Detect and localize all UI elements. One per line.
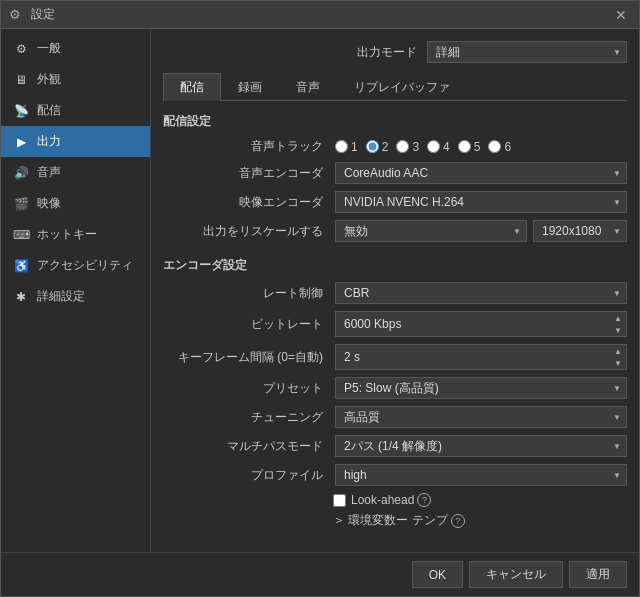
- monitor-icon: 🖥: [13, 72, 29, 88]
- tabs: 配信 録画 音声 リプレイバッファ: [163, 73, 627, 101]
- accessibility-icon: ♿: [13, 258, 29, 274]
- keyframe-input[interactable]: [335, 344, 610, 370]
- audio-encoder-row: 音声エンコーダ CoreAudio AAC: [163, 162, 627, 184]
- bitrate-label: ビットレート: [163, 316, 323, 333]
- antenna-icon: 📡: [13, 103, 29, 119]
- stream-settings-title: 配信設定: [163, 113, 627, 130]
- multipass-select[interactable]: 2パス (1/4 解像度): [335, 435, 627, 457]
- look-ahead-row: Look-ahead ?: [163, 493, 627, 507]
- rate-control-row: レート制御 CBR: [163, 282, 627, 304]
- partial-label: ＞ 環境変数ー テンプ: [333, 512, 448, 529]
- rate-control-select[interactable]: CBR: [335, 282, 627, 304]
- keyframe-down-button[interactable]: ▼: [610, 357, 626, 369]
- radio-track-5[interactable]: 5: [458, 140, 481, 154]
- radio-track-4[interactable]: 4: [427, 140, 450, 154]
- tab-recording[interactable]: 録画: [221, 73, 279, 101]
- sidebar-label-audio: 音声: [37, 164, 61, 181]
- output-mode-select[interactable]: 詳細 標準: [427, 41, 627, 63]
- sidebar-item-accessibility[interactable]: ♿ アクセシビリティ: [1, 250, 150, 281]
- tuning-wrapper: 高品質: [335, 406, 627, 428]
- audio-track-row: 音声トラック 1 2 3 4 5: [163, 138, 627, 155]
- preset-row: プリセット P5: Slow (高品質): [163, 377, 627, 399]
- encoder-section: エンコーダ設定 レート制御 CBR ビットレート: [163, 257, 627, 534]
- bitrate-down-button[interactable]: ▼: [610, 324, 626, 336]
- multipass-wrapper: 2パス (1/4 解像度): [335, 435, 627, 457]
- bottom-bar: OK キャンセル 適用: [1, 552, 639, 596]
- multipass-row: マルチパスモード 2パス (1/4 解像度): [163, 435, 627, 457]
- tab-replay[interactable]: リプレイバッファ: [337, 73, 467, 101]
- sidebar: ⚙ 一般 🖥 外観 📡 配信 ▶ 出力 🔊 音声 🎬 映像: [1, 29, 151, 552]
- look-ahead-info-icon[interactable]: ?: [417, 493, 431, 507]
- rate-control-label: レート制御: [163, 285, 323, 302]
- bitrate-up-button[interactable]: ▲: [610, 312, 626, 324]
- resolution-wrapper: 1920x1080: [533, 220, 627, 242]
- preset-wrapper: P5: Slow (高品質): [335, 377, 627, 399]
- profile-wrapper: high: [335, 464, 627, 486]
- output-mode-select-wrapper: 詳細 標準: [427, 41, 627, 63]
- tab-stream[interactable]: 配信: [163, 73, 221, 101]
- content-area: 出力モード 詳細 標準 配信 録画 音声 リプレイバッファ 配信設定 音声ト: [151, 29, 639, 552]
- video-icon: 🎬: [13, 196, 29, 212]
- speaker-icon: 🔊: [13, 165, 29, 181]
- bitrate-spin: ▲ ▼: [335, 311, 627, 337]
- titlebar-icon: ⚙: [9, 7, 25, 23]
- tuning-label: チューニング: [163, 409, 323, 426]
- look-ahead-checkbox[interactable]: [333, 494, 346, 507]
- apply-button[interactable]: 適用: [569, 561, 627, 588]
- close-button[interactable]: ✕: [611, 5, 631, 25]
- video-encoder-select[interactable]: NVIDIA NVENC H.264: [335, 191, 627, 213]
- audio-encoder-select[interactable]: CoreAudio AAC: [335, 162, 627, 184]
- sidebar-label-advanced: 詳細設定: [37, 288, 85, 305]
- preset-select[interactable]: P5: Slow (高品質): [335, 377, 627, 399]
- sidebar-item-audio[interactable]: 🔊 音声: [1, 157, 150, 188]
- play-icon: ▶: [13, 134, 29, 150]
- scale-mode-select[interactable]: 無効: [335, 220, 527, 242]
- titlebar-title: 設定: [31, 6, 611, 23]
- sidebar-item-appearance[interactable]: 🖥 外観: [1, 64, 150, 95]
- keyframe-up-button[interactable]: ▲: [610, 345, 626, 357]
- partial-info-icon[interactable]: ?: [451, 514, 465, 528]
- titlebar: ⚙ 設定 ✕: [1, 1, 639, 29]
- keyframe-label: キーフレーム間隔 (0=自動): [163, 349, 323, 366]
- multipass-label: マルチパスモード: [163, 438, 323, 455]
- sidebar-label-appearance: 外観: [37, 71, 61, 88]
- scale-row: 出力をリスケールする 無効 1920x1080: [163, 220, 627, 242]
- sidebar-item-hotkeys[interactable]: ⌨ ホットキー: [1, 219, 150, 250]
- sidebar-item-video[interactable]: 🎬 映像: [1, 188, 150, 219]
- audio-track-group: 1 2 3 4 5 6: [335, 140, 511, 154]
- radio-track-3[interactable]: 3: [396, 140, 419, 154]
- gear-icon: ⚙: [13, 41, 29, 57]
- radio-track-6[interactable]: 6: [488, 140, 511, 154]
- bitrate-row: ビットレート ▲ ▼: [163, 311, 627, 337]
- sidebar-label-video: 映像: [37, 195, 61, 212]
- profile-select[interactable]: high: [335, 464, 627, 486]
- rate-control-wrapper: CBR: [335, 282, 627, 304]
- resolution-select[interactable]: 1920x1080: [533, 220, 627, 242]
- cancel-button[interactable]: キャンセル: [469, 561, 563, 588]
- tuning-select[interactable]: 高品質: [335, 406, 627, 428]
- radio-track-2[interactable]: 2: [366, 140, 389, 154]
- tuning-row: チューニング 高品質: [163, 406, 627, 428]
- sidebar-item-output[interactable]: ▶ 出力: [1, 126, 150, 157]
- video-encoder-row: 映像エンコーダ NVIDIA NVENC H.264: [163, 191, 627, 213]
- sidebar-item-general[interactable]: ⚙ 一般: [1, 33, 150, 64]
- sidebar-item-advanced[interactable]: ✱ 詳細設定: [1, 281, 150, 312]
- scale-mode-wrapper: 無効: [335, 220, 527, 242]
- audio-encoder-select-wrapper: CoreAudio AAC: [335, 162, 627, 184]
- sidebar-label-stream: 配信: [37, 102, 61, 119]
- scale-label: 出力をリスケールする: [163, 223, 323, 240]
- sidebar-item-stream[interactable]: 📡 配信: [1, 95, 150, 126]
- audio-encoder-label: 音声エンコーダ: [163, 165, 323, 182]
- video-encoder-select-wrapper: NVIDIA NVENC H.264: [335, 191, 627, 213]
- bitrate-input[interactable]: [335, 311, 610, 337]
- bitrate-spin-buttons: ▲ ▼: [610, 311, 627, 337]
- keyframe-row: キーフレーム間隔 (0=自動) ▲ ▼: [163, 344, 627, 370]
- ok-button[interactable]: OK: [412, 561, 463, 588]
- tab-audio[interactable]: 音声: [279, 73, 337, 101]
- radio-track-1[interactable]: 1: [335, 140, 358, 154]
- settings-window: ⚙ 設定 ✕ ⚙ 一般 🖥 外観 📡 配信 ▶ 出力 🔊: [0, 0, 640, 597]
- advanced-icon: ✱: [13, 289, 29, 305]
- output-mode-row: 出力モード 詳細 標準: [163, 41, 627, 63]
- look-ahead-label: Look-ahead: [351, 493, 414, 507]
- encoder-settings-title: エンコーダ設定: [163, 257, 627, 274]
